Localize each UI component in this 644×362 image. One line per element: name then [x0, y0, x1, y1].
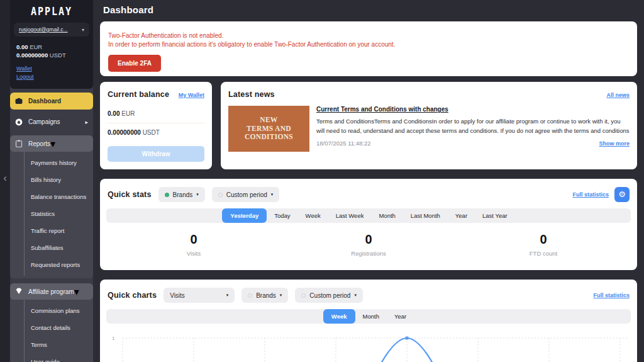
my-wallet-link[interactable]: My Wallet: [179, 92, 204, 98]
news-date: 18/07/2025 11:48:22: [316, 140, 370, 147]
affiliate-program-icon: [15, 288, 23, 295]
stat-column: 0Registrations: [281, 232, 456, 257]
twofa-warning-line1: Two-Factor Authentication is not enabled…: [108, 31, 629, 40]
stats-settings-button[interactable]: ⚙: [614, 187, 630, 202]
chevron-down-icon: ▾: [226, 293, 229, 298]
news-image-text: NEW: [260, 116, 277, 125]
news-image-text: TERMS AND: [247, 125, 291, 133]
tab-month[interactable]: Month: [355, 310, 387, 323]
tab-today[interactable]: Today: [267, 209, 297, 222]
stats-row: 0Visits0Registrations0FTD count: [106, 232, 631, 257]
reports-icon: [15, 140, 23, 147]
dashboard-icon: [15, 98, 23, 105]
chevron-down-icon: ▾: [82, 27, 84, 33]
status-dot-icon: [218, 193, 223, 197]
stat-label: Visits: [106, 250, 281, 257]
current-balance-card: Current balance My Wallet 0.00 EUR 0.000…: [100, 82, 212, 169]
quick-stats-title: Quick stats: [108, 190, 152, 199]
affiliate-submenu: Commission plansContact detailsTermsUser…: [24, 300, 93, 362]
chevron-down-icon: ▾: [196, 192, 199, 197]
sidebar-collapse-chevron[interactable]: ‹: [1, 170, 9, 186]
brands-filter-dropdown[interactable]: Brands ▾: [242, 288, 288, 303]
chevron-down-icon: ▾: [280, 293, 282, 298]
sidebar-subitem[interactable]: Contact details: [25, 319, 93, 336]
sidebar-subitem[interactable]: Balance transactions: [25, 188, 93, 205]
balance-eur: 0.00 EUR: [108, 110, 204, 117]
sidebar-group-affiliate: Affiliate program ▾ Commission plansCont…: [10, 283, 93, 362]
news-headline-link[interactable]: Current Terms and Conditions with change…: [316, 106, 630, 113]
balance-usdt: 0.00000000 USDT: [108, 129, 204, 136]
tab-last-year[interactable]: Last Year: [475, 209, 515, 222]
tab-last-month[interactable]: Last Month: [403, 209, 448, 222]
news-thumbnail[interactable]: NEWTERMS ANDCONDITIONS: [228, 106, 309, 152]
news-excerpt: Terms and ConditionsTerms and Conditions…: [316, 116, 630, 135]
status-dot-icon: [165, 193, 169, 197]
all-news-link[interactable]: All news: [606, 92, 630, 98]
chevron-right-icon: ▸: [85, 119, 88, 125]
twofa-warning-line2: In order to perform financial actions it…: [108, 40, 629, 49]
stat-column: 0FTD count: [456, 232, 631, 257]
divider: [108, 123, 204, 123]
quick-charts-card: Quick charts Visits ▾ Brands ▾ Custom pe…: [100, 280, 637, 362]
sidebar-subitem[interactable]: Statistics: [25, 205, 93, 222]
full-statistics-link[interactable]: Full statistics: [593, 292, 630, 298]
chevron-down-icon: ▾: [354, 293, 357, 298]
withdraw-button[interactable]: Withdraw: [108, 146, 204, 162]
tab-yesterday[interactable]: Yesterday: [222, 208, 267, 223]
sidebar-item-dashboard[interactable]: Dashboard: [10, 93, 93, 110]
sidebar: APPLAY rusjogout@gmail.c... ▾ 0.00 EUR 0…: [10, 0, 93, 362]
metric-select[interactable]: Visits ▾: [164, 288, 235, 303]
sidebar-subitem[interactable]: User guide: [25, 353, 93, 362]
sidebar-subitem[interactable]: Bills history: [25, 171, 93, 188]
usdt-balance: 0.00000000 USDT: [16, 51, 88, 59]
sidebar-subitem[interactable]: Requested reports: [25, 256, 93, 273]
tab-year[interactable]: Year: [448, 209, 475, 222]
sidebar-group-reports: Reports ▾ Payments historyBills historyB…: [10, 135, 93, 278]
page-title: Dashboard: [103, 4, 637, 15]
account-email: rusjogout@gmail.c...: [19, 26, 79, 33]
news-image-text: CONDITIONS: [245, 133, 293, 142]
logout-link[interactable]: Logout: [16, 73, 88, 81]
applay-logo: APPLAY: [14, 1, 89, 21]
sidebar-subitem[interactable]: Terms: [25, 336, 93, 353]
eur-balance: 0.00 EUR: [16, 43, 88, 51]
quick-stats-card: Quick stats Brands ▾ Custom period ▾ Ful…: [100, 179, 637, 270]
sidebar-subitem[interactable]: Payments history: [25, 154, 93, 171]
tab-week[interactable]: Week: [323, 309, 355, 324]
stat-column: 0Visits: [106, 232, 281, 257]
quick-charts-period-tabs: WeekMonthYear: [106, 309, 631, 324]
stat-value: 0: [456, 232, 631, 247]
sidebar-subitem[interactable]: Commission plans: [25, 302, 93, 319]
campaigns-icon: [15, 118, 23, 126]
account-email-dropdown[interactable]: rusjogout@gmail.c... ▾: [14, 23, 89, 37]
balance-card-title: Current balance: [108, 90, 169, 99]
tab-last-week[interactable]: Last Week: [328, 209, 372, 222]
chevron-down-icon: ▾: [271, 192, 274, 197]
quick-charts-title: Quick charts: [108, 291, 157, 300]
stat-value: 0: [281, 232, 456, 247]
latest-news-card: Latest news All news NEWTERMS ANDCONDITI…: [221, 82, 637, 169]
sidebar-item-affiliate-program[interactable]: Affiliate program ▾: [10, 283, 93, 300]
account-balances: 0.00 EUR 0.00000000 USDT: [16, 43, 88, 59]
tab-year[interactable]: Year: [387, 310, 414, 323]
custom-period-dropdown[interactable]: Custom period ▾: [212, 187, 280, 202]
tab-week[interactable]: Week: [298, 209, 328, 222]
show-more-link[interactable]: Show more: [599, 140, 630, 147]
sidebar-item-reports[interactable]: Reports ▾: [10, 135, 93, 152]
reports-submenu: Payments historyBills historyBalance tra…: [24, 152, 93, 276]
svg-text:1: 1: [112, 336, 115, 341]
enable-2fa-button[interactable]: Enable 2FA: [108, 55, 161, 72]
twofa-warning-card: Two-Factor Authentication is not enabled…: [100, 21, 637, 76]
brands-filter-dropdown[interactable]: Brands ▾: [158, 187, 205, 202]
sidebar-item-campaigns[interactable]: Campaigns ▸: [10, 113, 93, 130]
visits-line-chart: 1: [106, 329, 631, 362]
left-rail: ‹: [0, 0, 10, 362]
sidebar-subitem[interactable]: Traffic report: [25, 222, 93, 239]
full-statistics-link[interactable]: Full statistics: [572, 191, 609, 198]
quick-stats-period-tabs: YesterdayTodayWeekLast WeekMonthLast Mon…: [106, 208, 631, 223]
wallet-link[interactable]: Wallet: [16, 65, 88, 73]
tab-month[interactable]: Month: [371, 209, 402, 222]
sidebar-subitem[interactable]: Subaffiliates: [25, 239, 93, 256]
custom-period-dropdown[interactable]: Custom period ▾: [295, 288, 363, 303]
chevron-down-icon: ▾: [74, 286, 79, 298]
